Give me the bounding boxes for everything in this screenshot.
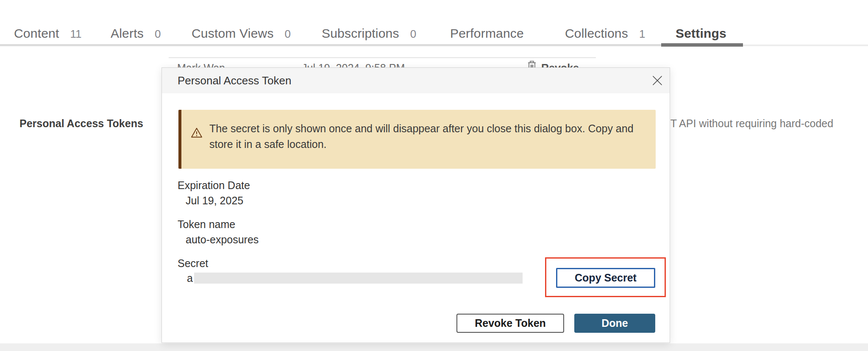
tab-label: Custom Views (192, 26, 274, 41)
tab-label: Alerts (111, 26, 144, 41)
expiration-date-label: Expiration Date (178, 179, 250, 192)
tab-label: Settings (676, 26, 726, 41)
tab-alerts[interactable]: Alerts 0 (111, 26, 161, 43)
warning-banner: The secret is only shown once and will d… (178, 110, 656, 169)
tab-bar-rule-light (743, 45, 868, 46)
tab-collections[interactable]: Collections 1 (565, 26, 645, 43)
tab-content[interactable]: Content 11 (14, 26, 81, 43)
token-name-label: Token name (178, 218, 235, 231)
revoke-token-button[interactable]: Revoke Token (456, 314, 564, 333)
tab-performance[interactable]: Performance (450, 26, 524, 43)
tab-subscriptions[interactable]: Subscriptions 0 (322, 26, 416, 43)
dialog-header: Personal Access Token (162, 68, 670, 93)
tab-settings[interactable]: Settings (676, 26, 726, 43)
tab-count: 0 (410, 28, 416, 41)
secret-masked-bar (194, 273, 523, 284)
warning-message: The secret is only shown once and will d… (209, 121, 640, 152)
tab-count: 1 (639, 28, 645, 41)
copy-secret-button[interactable]: Copy Secret (556, 268, 655, 288)
tab-label: Collections (565, 26, 628, 41)
section-label: Personal Access Tokens (19, 117, 143, 130)
tab-label: Content (14, 26, 59, 41)
screen: Content 11 Alerts 0 Custom Views 0 Subsc… (0, 0, 868, 351)
tab-label: Subscriptions (322, 26, 399, 41)
tab-bar-rule (0, 44, 743, 46)
warning-triangle-icon (191, 127, 203, 138)
done-button[interactable]: Done (574, 314, 655, 333)
active-tab-indicator (661, 43, 743, 47)
close-icon[interactable] (652, 75, 663, 86)
tab-count: 11 (70, 28, 81, 41)
expiration-date-value: Jul 19, 2025 (186, 195, 243, 207)
token-name-value: auto-exposures (186, 234, 259, 246)
secret-label: Secret (178, 257, 208, 270)
section-description-fragment: ST API without requiring hard-coded (663, 117, 833, 130)
dialog-title: Personal Access Token (178, 68, 291, 93)
secret-value: a (187, 272, 193, 284)
token-list-divider (169, 57, 596, 58)
page-bottom-strip (0, 343, 868, 351)
tab-label: Performance (450, 26, 524, 41)
personal-access-token-dialog: Personal Access Token The secret is on (161, 67, 670, 343)
tab-count: 0 (285, 28, 291, 41)
tab-count: 0 (155, 28, 161, 41)
tab-custom-views[interactable]: Custom Views 0 (192, 26, 291, 43)
